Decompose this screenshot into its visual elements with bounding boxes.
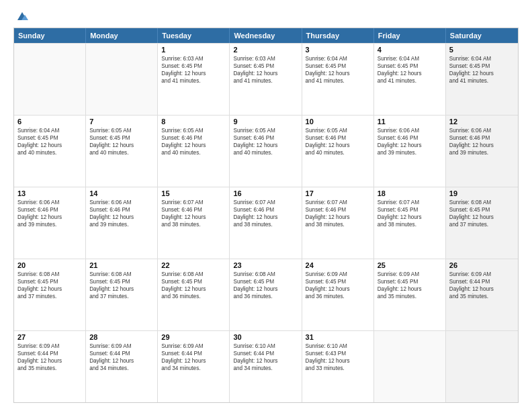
cell-info: and 39 minutes. (89, 221, 154, 228)
cal-cell: 13Sunrise: 6:06 AMSunset: 6:46 PMDayligh… (14, 187, 86, 259)
cell-info: Daylight: 12 hours (306, 70, 370, 77)
day-number: 25 (378, 261, 442, 269)
cell-info: Sunset: 6:44 PM (89, 350, 154, 357)
day-number: 1 (161, 46, 226, 54)
cal-cell: 19Sunrise: 6:08 AMSunset: 6:45 PMDayligh… (446, 187, 518, 259)
cell-info: and 34 minutes. (89, 365, 154, 372)
cell-info: Sunrise: 6:06 AM (449, 127, 515, 134)
cal-cell: 3Sunrise: 6:04 AMSunset: 6:45 PMDaylight… (302, 44, 374, 115)
cell-info: Sunset: 6:45 PM (233, 62, 298, 70)
cell-info: Daylight: 12 hours (89, 357, 154, 365)
cell-info: and 41 minutes. (161, 77, 226, 85)
cell-info: and 38 minutes. (161, 221, 226, 228)
day-number: 16 (233, 189, 298, 197)
cal-cell: 31Sunrise: 6:10 AMSunset: 6:43 PMDayligh… (302, 331, 374, 402)
cell-info: Daylight: 12 hours (233, 214, 298, 221)
cell-info: and 34 minutes. (233, 365, 298, 372)
cal-cell: 30Sunrise: 6:10 AMSunset: 6:44 PMDayligh… (230, 331, 302, 402)
cell-info: and 39 minutes. (17, 221, 82, 228)
header-day-thursday: Thursday (302, 28, 374, 43)
cell-info: Sunset: 6:45 PM (161, 62, 226, 70)
cal-cell: 28Sunrise: 6:09 AMSunset: 6:44 PMDayligh… (86, 331, 158, 402)
cell-info: Sunrise: 6:09 AM (89, 342, 154, 350)
cell-info: Sunrise: 6:07 AM (161, 199, 226, 206)
cell-info: Sunrise: 6:08 AM (161, 271, 226, 278)
cell-info: Daylight: 12 hours (378, 70, 442, 77)
cell-info: and 38 minutes. (233, 221, 298, 228)
cell-info: Sunset: 6:45 PM (306, 62, 370, 70)
cell-info: and 38 minutes. (378, 221, 442, 228)
cell-info: Sunrise: 6:10 AM (306, 342, 370, 350)
cal-cell (86, 44, 158, 115)
cell-info: Sunrise: 6:08 AM (17, 271, 82, 278)
cell-info: Sunset: 6:45 PM (306, 278, 370, 285)
cell-info: and 35 minutes. (378, 293, 442, 300)
cal-cell: 23Sunrise: 6:08 AMSunset: 6:45 PMDayligh… (230, 259, 302, 330)
day-number: 29 (161, 333, 226, 341)
cell-info: Sunset: 6:45 PM (449, 206, 515, 214)
cell-info: Sunset: 6:45 PM (378, 62, 442, 70)
cal-cell: 26Sunrise: 6:09 AMSunset: 6:44 PMDayligh… (446, 259, 518, 330)
calendar-week-3: 20Sunrise: 6:08 AMSunset: 6:45 PMDayligh… (14, 259, 518, 330)
cell-info: Sunset: 6:45 PM (89, 134, 154, 142)
day-number: 28 (89, 333, 154, 341)
cal-cell: 18Sunrise: 6:07 AMSunset: 6:45 PMDayligh… (374, 187, 446, 259)
logo-icon (15, 11, 30, 23)
day-number: 4 (378, 46, 442, 54)
cal-cell: 24Sunrise: 6:09 AMSunset: 6:45 PMDayligh… (302, 259, 374, 330)
cell-info: Sunrise: 6:09 AM (449, 271, 515, 278)
cell-info: Daylight: 12 hours (233, 285, 298, 293)
header-day-monday: Monday (86, 28, 158, 43)
day-number: 30 (233, 333, 298, 341)
calendar: SundayMondayTuesdayWednesdayThursdayFrid… (13, 28, 519, 403)
calendar-week-1: 6Sunrise: 6:04 AMSunset: 6:45 PMDaylight… (14, 115, 518, 187)
day-number: 22 (161, 261, 226, 269)
cell-info: Daylight: 12 hours (161, 285, 226, 293)
day-number: 27 (17, 333, 82, 341)
cal-cell: 9Sunrise: 6:05 AMSunset: 6:46 PMDaylight… (230, 116, 302, 187)
day-number: 13 (17, 189, 82, 197)
header-day-friday: Friday (374, 28, 446, 43)
cell-info: and 40 minutes. (89, 149, 154, 156)
cell-info: Sunrise: 6:04 AM (449, 55, 515, 62)
cell-info: Sunset: 6:44 PM (17, 350, 82, 357)
cell-info: Sunrise: 6:04 AM (17, 127, 82, 134)
cell-info: Sunset: 6:46 PM (306, 206, 370, 214)
cell-info: and 33 minutes. (306, 365, 370, 372)
cell-info: Daylight: 12 hours (89, 214, 154, 221)
cell-info: Daylight: 12 hours (306, 214, 370, 221)
calendar-body: 1Sunrise: 6:03 AMSunset: 6:45 PMDaylight… (14, 43, 518, 402)
header (13, 11, 519, 21)
cell-info: Sunset: 6:46 PM (17, 206, 82, 214)
cell-info: Sunrise: 6:07 AM (233, 199, 298, 206)
cell-info: Sunrise: 6:08 AM (233, 271, 298, 278)
calendar-week-0: 1Sunrise: 6:03 AMSunset: 6:45 PMDaylight… (14, 43, 518, 115)
calendar-header: SundayMondayTuesdayWednesdayThursdayFrid… (14, 28, 518, 43)
header-day-saturday: Saturday (446, 28, 518, 43)
day-number: 6 (17, 118, 82, 126)
cell-info: Sunset: 6:45 PM (89, 278, 154, 285)
calendar-week-4: 27Sunrise: 6:09 AMSunset: 6:44 PMDayligh… (14, 330, 518, 402)
cell-info: Daylight: 12 hours (306, 357, 370, 365)
cell-info: and 37 minutes. (17, 293, 82, 300)
cell-info: Daylight: 12 hours (89, 142, 154, 149)
cell-info: Sunrise: 6:04 AM (378, 55, 442, 62)
cell-info: Daylight: 12 hours (449, 214, 515, 221)
day-number: 20 (17, 261, 82, 269)
cell-info: Sunset: 6:45 PM (378, 206, 442, 214)
cell-info: and 36 minutes. (306, 293, 370, 300)
cal-cell: 17Sunrise: 6:07 AMSunset: 6:46 PMDayligh… (302, 187, 374, 259)
day-number: 7 (89, 118, 154, 126)
day-number: 3 (306, 46, 370, 54)
cal-cell: 21Sunrise: 6:08 AMSunset: 6:45 PMDayligh… (86, 259, 158, 330)
cell-info: Sunset: 6:44 PM (449, 278, 515, 285)
cell-info: and 36 minutes. (161, 293, 226, 300)
header-day-tuesday: Tuesday (158, 28, 230, 43)
cell-info: Daylight: 12 hours (17, 357, 82, 365)
day-number: 2 (233, 46, 298, 54)
cell-info: Sunset: 6:46 PM (161, 134, 226, 142)
day-number: 21 (89, 261, 154, 269)
cell-info: Daylight: 12 hours (161, 70, 226, 77)
cell-info: and 41 minutes. (306, 77, 370, 85)
logo (13, 11, 30, 21)
